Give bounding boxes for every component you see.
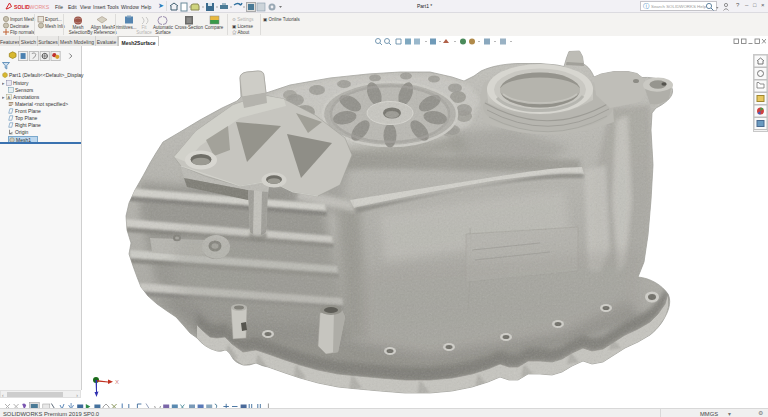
svg-text:X: X (115, 379, 119, 385)
svg-text:WORKS: WORKS (30, 4, 50, 10)
svg-text:SOLID: SOLID (14, 4, 30, 10)
